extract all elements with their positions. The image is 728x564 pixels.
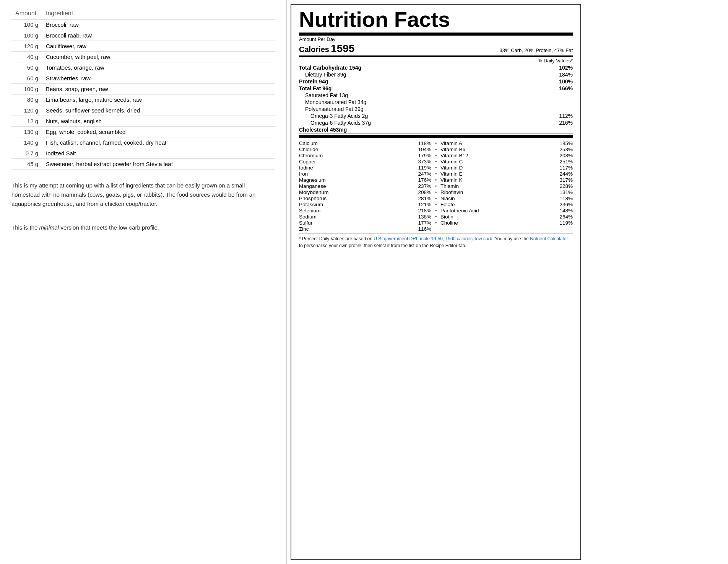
mineral-pct: 208%: [418, 189, 431, 195]
nutrient-calc-link[interactable]: Nutrient Calculator: [530, 236, 568, 241]
separator-dot: •: [433, 165, 439, 171]
table-row: 140 gFish, catfish, channel, farmed, coo…: [11, 137, 275, 148]
vitamin-name: Vitamin B12: [440, 153, 558, 158]
amount-cell: 50 g: [11, 62, 42, 73]
nutrition-facts-title: Nutrition Facts: [299, 8, 573, 36]
mineral-name: Phosphorus: [299, 196, 416, 201]
separator-dot: •: [433, 177, 439, 183]
nutrient-row: Protein 94g100%: [299, 78, 573, 85]
calories-row: Calories 1595 33% Carb, 20% Protein, 47%…: [299, 42, 573, 57]
table-row: 80 gLima beans, large, mature seeds, raw: [11, 95, 275, 105]
ingredient-cell: Nuts, walnuts, english: [42, 116, 275, 127]
mineral-name: Chloride: [299, 147, 416, 152]
left-panel: Amount Ingredient 100 gBroccoli, raw100 …: [0, 0, 287, 564]
nutrient-dv: 112%: [559, 113, 573, 119]
nutrient-row: Total Fat 96g166%: [299, 85, 573, 92]
amount-per-day: Amount Per Day: [299, 36, 573, 42]
ingredient-cell: Cauliflower, raw: [42, 41, 275, 52]
vitamin-pct: 253%: [559, 147, 573, 152]
amount-cell: 130 g: [11, 127, 42, 137]
mineral-name: Iodine: [299, 165, 416, 171]
amount-cell: 100 g: [11, 30, 42, 41]
vitamin-name: Vitamin B6: [440, 147, 558, 152]
vitamin-pct: 185%: [559, 140, 573, 146]
mineral-pct: 118%: [418, 140, 431, 146]
nutrient-label: Total Fat 96g: [299, 85, 332, 91]
amount-cell: 45 g: [11, 159, 42, 170]
col-amount-header: Amount: [11, 8, 42, 20]
vitamin-name: Thiamin: [440, 183, 558, 189]
table-row: 120 gSeeds, sunflower seed kernels, drie…: [11, 105, 275, 116]
separator-dot: •: [433, 140, 439, 146]
separator-dot: •: [433, 171, 439, 177]
table-row: 60 gStrawberries, raw: [11, 73, 275, 84]
mineral-name: Chromium: [299, 153, 416, 158]
mineral-pct: 104%: [418, 147, 431, 152]
vitamin-name: Riboflavin: [440, 189, 558, 195]
nutrient-row: Polyunsaturated Fat 39g: [299, 106, 573, 112]
table-row: 45 gSweetener, herbal extract powder fro…: [11, 159, 275, 170]
nutrient-row: Saturated Fat 13g: [299, 92, 573, 99]
vitamin-name: Niacin: [440, 196, 558, 201]
nutrient-row: Cholesterol 453mg: [299, 126, 573, 133]
vitamin-pct: 228%: [559, 183, 573, 189]
table-row: 0.7 gIodized Salt: [11, 148, 275, 159]
table-row: 50 gTomatoes, orange, raw: [11, 62, 275, 73]
nutrient-row: Total Carbohydrate 154g102%: [299, 64, 573, 71]
dv-header: % Daily Values*: [299, 58, 573, 64]
nutrient-dv: 184%: [559, 72, 573, 78]
minerals-grid: Calcium118%•Vitamin A185%Chloride104%•Vi…: [299, 139, 573, 234]
ingredient-cell: Cucumber, with peel, raw: [42, 52, 275, 62]
ingredients-table: Amount Ingredient 100 gBroccoli, raw100 …: [11, 8, 275, 170]
amount-cell: 40 g: [11, 52, 42, 62]
mineral-name: Selenium: [299, 208, 416, 214]
separator-dot: •: [433, 214, 439, 220]
vitamin-pct: 317%: [559, 177, 573, 183]
vitamin-pct: 117%: [559, 165, 573, 171]
mineral-pct: 119%: [418, 165, 431, 171]
vitamin-name: Vitamin D: [440, 165, 558, 171]
dri-link[interactable]: U.S. government DRI, male 19-50, 1500 ca…: [374, 236, 492, 241]
thick-divider: [299, 135, 573, 138]
vitamin-name: Folate: [440, 202, 558, 207]
vitamin-pct: 203%: [559, 153, 573, 158]
vitamin-name: Vitamin A: [440, 140, 558, 146]
mineral-pct: 373%: [418, 159, 431, 165]
ingredient-cell: Broccoli raab, raw: [42, 30, 275, 41]
nutrient-row: Omega-6 Fatty Acids 37g216%: [299, 119, 573, 126]
nutrients-section: Total Carbohydrate 154g102%Dietary Fiber…: [299, 64, 573, 134]
ingredient-cell: Fish, catfish, channel, farmed, cooked, …: [42, 137, 275, 148]
mineral-name: Magnesium: [299, 177, 416, 183]
vitamin-pct: 251%: [559, 159, 573, 165]
nutrient-row: Monounsaturated Fat 34g: [299, 99, 573, 106]
nutrient-dv: 216%: [559, 120, 573, 126]
mineral-pct: 138%: [418, 214, 431, 220]
description-2: This is the minimal version that meets t…: [11, 223, 271, 232]
amount-cell: 100 g: [11, 20, 42, 30]
ingredient-cell: Tomatoes, orange, raw: [42, 62, 275, 73]
vitamin-pct: 118%: [559, 196, 573, 201]
mineral-name: Copper: [299, 159, 416, 165]
vitamin-name: Biotin: [440, 214, 558, 220]
separator-dot: •: [433, 189, 439, 195]
table-row: 130 gEgg, whole, cooked, scrambled: [11, 127, 275, 137]
separator-dot: [433, 226, 439, 232]
separator-dot: •: [433, 153, 439, 158]
table-row: 100 gBroccoli raab, raw: [11, 30, 275, 41]
ingredient-cell: Iodized Salt: [42, 148, 275, 159]
amount-cell: 140 g: [11, 137, 42, 148]
mineral-pct: 176%: [418, 177, 431, 183]
amount-cell: 120 g: [11, 105, 42, 116]
footnote: * Percent Daily Values are based on U.S.…: [299, 235, 573, 249]
nutrient-label: Dietary Fiber 39g: [305, 72, 346, 78]
table-row: 100 gBeans, snap, green, raw: [11, 84, 275, 95]
nutrient-dv: 100%: [559, 78, 573, 85]
mineral-pct: 218%: [418, 208, 431, 214]
ingredient-cell: Strawberries, raw: [42, 73, 275, 84]
ingredient-cell: Beans, snap, green, raw: [42, 84, 275, 95]
nutrient-dv: 102%: [559, 65, 573, 71]
nutrient-label: Omega-3 Fatty Acids 2g: [310, 113, 368, 119]
mineral-name: Molybdenum: [299, 189, 416, 195]
mineral-name: Potassium: [299, 202, 416, 207]
separator-dot: •: [433, 208, 439, 214]
